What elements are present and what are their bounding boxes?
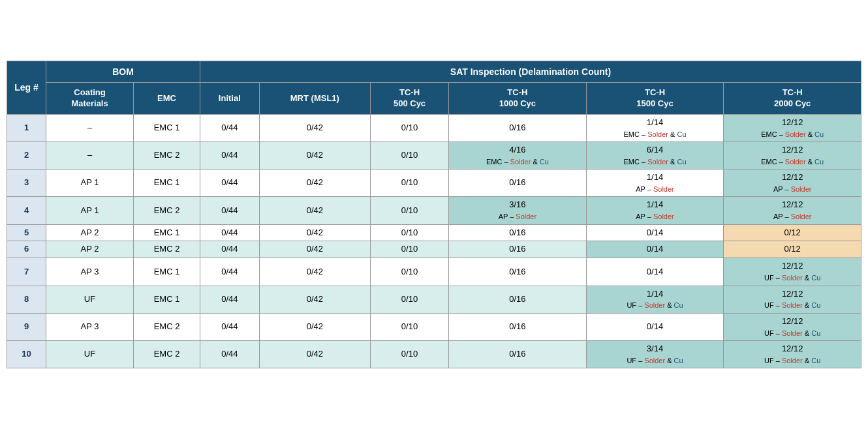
tch1000-cell: 0/16 (449, 340, 587, 368)
table-row: 5AP 2EMC 10/440/420/100/160/140/12 (7, 224, 861, 241)
tch500-cell: 0/10 (370, 241, 448, 258)
tch1500-cell: 3/14UF – Solder & Cu (586, 340, 724, 368)
initial-cell: 0/44 (200, 340, 259, 368)
tch500-cell: 0/10 (370, 258, 448, 286)
coating-cell: AP 3 (46, 258, 134, 286)
leg-cell: 4 (7, 197, 46, 224)
emc-cell: EMC 2 (134, 241, 200, 258)
tch1000-cell: 4/16EMC – Solder & Cu (449, 142, 587, 170)
coating-cell: AP 3 (46, 313, 134, 340)
mrt-cell: 0/42 (259, 170, 370, 197)
tch2000-header: TC-H2000 Cyc (724, 83, 861, 115)
emc-cell: EMC 1 (134, 286, 200, 313)
emc-cell: EMC 1 (134, 224, 200, 241)
tch500-cell: 0/10 (370, 197, 448, 224)
tch1000-cell: 0/16 (449, 224, 587, 241)
tch2000-cell: 12/12UF – Solder & Cu (724, 340, 861, 368)
sat-header: SAT Inspection (Delamination Count) (200, 61, 861, 82)
tch1500-cell: 1/14UF – Solder & Cu (586, 286, 724, 313)
initial-header: Initial (200, 83, 259, 115)
tch2000-cell: 12/12UF – Solder & Cu (724, 313, 861, 340)
leg-cell: 8 (7, 286, 46, 313)
tch1500-header: TC-H1500 Cyc (586, 83, 724, 115)
initial-cell: 0/44 (200, 313, 259, 340)
emc-cell: EMC 2 (134, 197, 200, 224)
tch1500-cell: 1/14AP – Solder (586, 197, 724, 224)
leg-cell: 2 (7, 142, 46, 170)
emc-cell: EMC 1 (134, 114, 200, 141)
coating-cell: AP 2 (46, 241, 134, 258)
mrt-cell: 0/42 (259, 313, 370, 340)
table-row: 8UFEMC 10/440/420/100/161/14UF – Solder … (7, 286, 861, 313)
leg-cell: 9 (7, 313, 46, 340)
tch2000-cell: 0/12 (724, 224, 861, 241)
mrt-cell: 0/42 (259, 340, 370, 368)
tch2000-cell: 12/12EMC – Solder & Cu (724, 114, 861, 141)
tch2000-cell: 12/12UF – Solder & Cu (724, 286, 861, 313)
tch1500-cell: 1/14EMC – Solder & Cu (586, 114, 724, 141)
tch1000-cell: 0/16 (449, 114, 587, 141)
table-row: 1–EMC 10/440/420/100/161/14EMC – Solder … (7, 114, 861, 141)
mrt-cell: 0/42 (259, 197, 370, 224)
mrt-cell: 0/42 (259, 286, 370, 313)
initial-cell: 0/44 (200, 170, 259, 197)
mrt-cell: 0/42 (259, 224, 370, 241)
initial-cell: 0/44 (200, 114, 259, 141)
emc-cell: EMC 1 (134, 170, 200, 197)
tch500-cell: 0/10 (370, 286, 448, 313)
tch2000-cell: 12/12AP – Solder (724, 197, 861, 224)
tch1000-cell: 0/16 (449, 241, 587, 258)
coating-cell: UF (46, 340, 134, 368)
emc-cell: EMC 2 (134, 142, 200, 170)
leg-cell: 3 (7, 170, 46, 197)
initial-cell: 0/44 (200, 224, 259, 241)
tch2000-cell: 12/12AP – Solder (724, 170, 861, 197)
table-row: 7AP 3EMC 10/440/420/100/160/1412/12UF – … (7, 258, 861, 286)
mrt-cell: 0/42 (259, 241, 370, 258)
initial-cell: 0/44 (200, 258, 259, 286)
tch1000-cell: 3/16AP – Solder (449, 197, 587, 224)
leg-cell: 7 (7, 258, 46, 286)
coating-cell: AP 1 (46, 170, 134, 197)
table-row: 3AP 1EMC 10/440/420/100/161/14AP – Solde… (7, 170, 861, 197)
leg-cell: 6 (7, 241, 46, 258)
emc-cell: EMC 1 (134, 258, 200, 286)
table-wrapper: Leg # BOM SAT Inspection (Delamination C… (7, 61, 861, 368)
tch1000-cell: 0/16 (449, 258, 587, 286)
table-row: 4AP 1EMC 20/440/420/103/16AP – Solder1/1… (7, 197, 861, 224)
table-row: 10UFEMC 20/440/420/100/163/14UF – Solder… (7, 340, 861, 368)
tch2000-cell: 12/12UF – Solder & Cu (724, 258, 861, 286)
tch2000-cell: 12/12EMC – Solder & Cu (724, 142, 861, 170)
tch1500-cell: 0/14 (586, 313, 724, 340)
tch1500-cell: 0/14 (586, 241, 724, 258)
tch500-cell: 0/10 (370, 114, 448, 141)
tch2000-cell: 0/12 (724, 241, 861, 258)
tch1500-cell: 0/14 (586, 258, 724, 286)
tch500-cell: 0/10 (370, 142, 448, 170)
header-row-sub: CoatingMaterials EMC Initial MRT (MSL1) … (7, 83, 861, 115)
leg-cell: 10 (7, 340, 46, 368)
tch1500-cell: 1/14AP – Solder (586, 170, 724, 197)
tch1000-cell: 0/16 (449, 313, 587, 340)
initial-cell: 0/44 (200, 286, 259, 313)
table-row: 9AP 3EMC 20/440/420/100/160/1412/12UF – … (7, 313, 861, 340)
tch500-header: TC-H500 Cyc (370, 83, 448, 115)
mrt-cell: 0/42 (259, 258, 370, 286)
bom-header: BOM (46, 61, 200, 82)
coating-cell: UF (46, 286, 134, 313)
coating-cell: – (46, 142, 134, 170)
coating-cell: AP 2 (46, 224, 134, 241)
tch500-cell: 0/10 (370, 224, 448, 241)
mrt-header: MRT (MSL1) (259, 83, 370, 115)
coating-header: CoatingMaterials (46, 83, 134, 115)
emc-cell: EMC 2 (134, 340, 200, 368)
table-row: 2–EMC 20/440/420/104/16EMC – Solder & Cu… (7, 142, 861, 170)
initial-cell: 0/44 (200, 241, 259, 258)
table-row: 6AP 2EMC 20/440/420/100/160/140/12 (7, 241, 861, 258)
emc-cell: EMC 2 (134, 313, 200, 340)
leg-cell: 5 (7, 224, 46, 241)
tch500-cell: 0/10 (370, 313, 448, 340)
initial-cell: 0/44 (200, 197, 259, 224)
initial-cell: 0/44 (200, 142, 259, 170)
tch500-cell: 0/10 (370, 340, 448, 368)
